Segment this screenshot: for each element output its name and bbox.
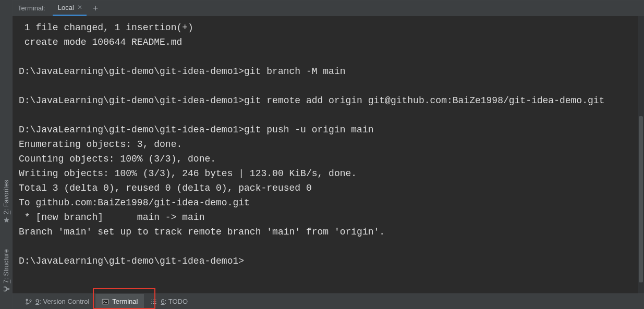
terminal-line — [19, 108, 643, 122]
terminal-line — [19, 239, 643, 254]
terminal-line: Total 3 (delta 0), reused 0 (delta 0), p… — [19, 181, 643, 195]
terminal-line: Enumerating objects: 3, done. — [19, 137, 643, 152]
svg-rect-6 — [103, 299, 109, 304]
terminal-line: D:\JavaLearning\git-demo\git-idea-demo1>… — [19, 64, 643, 79]
terminal-tool-window: Terminal: Local ✕ + 1 file changed, 1 in… — [13, 0, 644, 293]
plus-icon: + — [93, 3, 99, 14]
terminal-tab-label: Local — [58, 4, 74, 11]
terminal-line: D:\JavaLearning\git-demo\git-idea-demo1>… — [19, 122, 643, 137]
scrollbar-thumb[interactable] — [639, 116, 643, 282]
terminal-line: 1 file changed, 1 insertion(+) — [19, 20, 643, 35]
left-toolwindow-gutter: 2: Favorites 7: Structure — [0, 0, 13, 309]
structure-icon — [3, 286, 10, 293]
todo-icon — [150, 298, 157, 305]
svg-rect-1 — [4, 290, 5, 291]
toolwindow-tab-version-control[interactable]: 9: Version Control — [19, 294, 95, 309]
terminal-line — [19, 50, 643, 64]
terminal-output[interactable]: 1 file changed, 1 insertion(+) create mo… — [19, 20, 643, 268]
new-terminal-button[interactable]: + — [89, 4, 103, 13]
toolwindow-title: Terminal: — [18, 4, 45, 12]
terminal-header: Terminal: Local ✕ + — [13, 1, 644, 16]
terminal-line: D:\JavaLearning\git-demo\git-idea-demo1>… — [19, 93, 643, 108]
terminal-icon — [102, 298, 109, 305]
toolwindow-tab-structure[interactable]: 7: Structure — [0, 249, 13, 293]
terminal-line: To github.com:BaiZe1998/git-idea-demo.gi… — [19, 195, 643, 210]
star-icon — [3, 216, 10, 224]
svg-point-5 — [30, 300, 31, 301]
branch-icon — [25, 298, 32, 305]
svg-point-3 — [26, 299, 28, 301]
terminal-line: Writing objects: 100% (3/3), 246 bytes |… — [19, 166, 643, 181]
svg-rect-0 — [4, 287, 5, 288]
terminal-line: create mode 100644 README.md — [19, 35, 643, 50]
toolwindow-tab-todo[interactable]: 6: TODO — [144, 294, 194, 309]
svg-rect-2 — [7, 289, 9, 290]
toolwindow-tab-favorites[interactable]: 2: Favorites — [0, 180, 13, 224]
terminal-line — [19, 79, 643, 93]
terminal-body[interactable]: 1 file changed, 1 insertion(+) create mo… — [13, 16, 644, 293]
terminal-line: D:\JavaLearning\git-demo\git-idea-demo1> — [19, 254, 643, 268]
toolwindow-tab-terminal[interactable]: Terminal — [95, 294, 144, 309]
terminal-tab-local[interactable]: Local ✕ — [53, 1, 87, 16]
svg-point-4 — [26, 303, 28, 304]
vertical-scrollbar[interactable] — [638, 16, 644, 293]
close-icon[interactable]: ✕ — [77, 4, 82, 11]
terminal-line: * [new branch] main -> main — [19, 210, 643, 225]
terminal-line: Counting objects: 100% (3/3), done. — [19, 152, 643, 166]
terminal-line: Branch 'main' set up to track remote bra… — [19, 225, 643, 239]
bottom-toolwindow-bar: 9: Version Control Terminal 6: TODO — [13, 293, 644, 309]
